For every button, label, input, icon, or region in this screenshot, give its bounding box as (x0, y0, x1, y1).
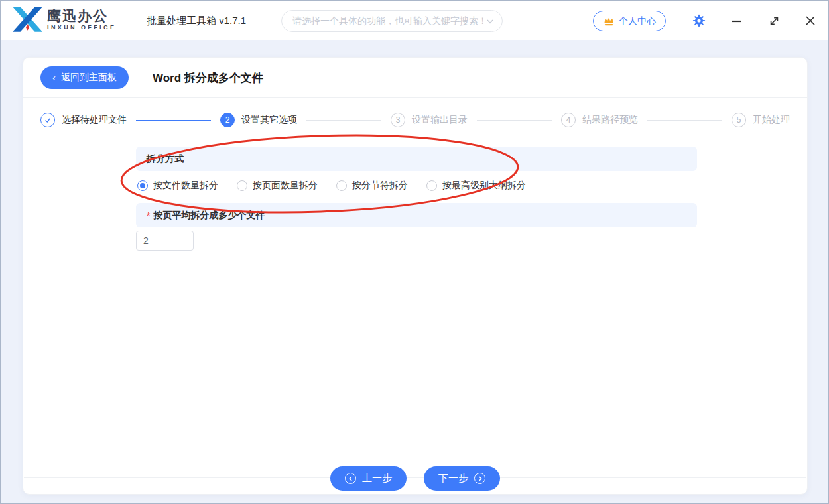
step-content: 拆分方式 按文件数量拆分 按页面数量拆分 按分节符拆分 按最高级别大纲拆分 (136, 147, 697, 251)
maximize-button[interactable] (765, 11, 783, 30)
radio-split-by-section-break[interactable]: 按分节符拆分 (336, 180, 408, 192)
step-set-output-dir: 3 设置输出目录 (391, 113, 468, 127)
step-indicator: 选择待处理文件 2 设置其它选项 3 设置输出目录 4 结果路径预览 5 开始处… (23, 113, 807, 127)
user-center-button[interactable]: 个人中心 (593, 11, 666, 31)
panel-header: ‹ 返回到主面板 Word 拆分成多个文件 (23, 58, 807, 97)
step-number: 3 (391, 113, 405, 127)
resize-diagonal-icon (769, 15, 780, 27)
logo-x-icon (12, 7, 42, 32)
app-logo: 鹰迅办公 INXUN OFFICE (12, 7, 116, 32)
minimize-icon (732, 15, 742, 26)
circled-chevron-right-icon (474, 473, 485, 484)
step-label: 设置其它选项 (241, 114, 297, 126)
step-connector (647, 120, 722, 121)
step-number: 4 (561, 113, 576, 127)
step-label: 选择待处理文件 (62, 114, 127, 126)
split-method-label: 拆分方式 (147, 153, 184, 165)
radio-label: 按文件数量拆分 (153, 180, 218, 192)
brand-name-en: INXUN OFFICE (47, 25, 116, 31)
header-divider (23, 97, 807, 98)
step-result-preview: 4 结果路径预览 (561, 113, 638, 127)
close-button[interactable] (801, 11, 820, 30)
app-window: 鹰迅办公 INXUN OFFICE 批量处理工具箱 v1.7.1 请选择一个具体… (0, 0, 829, 504)
step-connector (136, 120, 211, 121)
step-connector (477, 120, 552, 121)
settings-button[interactable] (690, 11, 708, 30)
wizard-nav-buttons: 上一步 下一步 (23, 466, 807, 491)
split-count-input[interactable] (136, 231, 194, 251)
previous-step-label: 上一步 (362, 472, 392, 485)
minimize-button[interactable] (728, 11, 746, 30)
app-title: 批量处理工具箱 v1.7.1 (147, 1, 246, 40)
function-search-select[interactable]: 请选择一个具体的功能，也可输入关键字搜索！ (281, 10, 503, 32)
close-icon (805, 15, 816, 26)
next-step-label: 下一步 (438, 472, 468, 485)
page-title: Word 拆分成多个文件 (153, 70, 263, 86)
next-step-button[interactable]: 下一步 (424, 466, 500, 491)
radio-label: 按分节符拆分 (352, 180, 408, 192)
back-to-dashboard-button[interactable]: ‹ 返回到主面板 (40, 66, 129, 89)
user-center-label: 个人中心 (619, 15, 656, 27)
step-start-processing: 5 开始处理 (732, 113, 790, 127)
split-count-label: 按页平均拆分成多少个文件 (153, 210, 265, 221)
step-select-files: 选择待处理文件 (40, 113, 127, 127)
brand-name-cn: 鹰迅办公 (47, 9, 116, 23)
split-count-header: * 按页平均拆分成多少个文件 (136, 203, 697, 227)
radio-unchecked-icon (336, 180, 347, 191)
required-asterisk: * (147, 210, 150, 221)
crown-icon (603, 16, 615, 27)
chevron-left-icon: ‹ (52, 72, 56, 82)
back-button-label: 返回到主面板 (61, 72, 117, 84)
app-header: 鹰迅办公 INXUN OFFICE 批量处理工具箱 v1.7.1 请选择一个具体… (1, 1, 828, 40)
radio-unchecked-icon (237, 180, 247, 191)
radio-unchecked-icon (426, 180, 437, 191)
search-placeholder: 请选择一个具体的功能，也可输入关键字搜索！ (292, 15, 486, 27)
step-label: 结果路径预览 (582, 114, 638, 126)
previous-step-button[interactable]: 上一步 (330, 466, 407, 491)
radio-label: 按页面数量拆分 (253, 180, 318, 192)
step-number: 2 (220, 113, 235, 127)
step-number: 5 (732, 113, 746, 127)
step-connector (306, 120, 381, 121)
circled-chevron-left-icon (345, 473, 356, 484)
step-label: 设置输出目录 (412, 114, 468, 126)
radio-split-by-top-outline[interactable]: 按最高级别大纲拆分 (426, 180, 526, 192)
gear-icon (692, 14, 706, 27)
brand-text: 鹰迅办公 INXUN OFFICE (47, 9, 116, 31)
main-panel: ‹ 返回到主面板 Word 拆分成多个文件 选择待处理文件 2 设置其它选项 3 (23, 57, 808, 495)
step-done-check-icon (40, 113, 55, 127)
step-set-options: 2 设置其它选项 (220, 113, 297, 127)
radio-split-by-file-count[interactable]: 按文件数量拆分 (137, 180, 218, 192)
radio-label: 按最高级别大纲拆分 (442, 180, 526, 192)
step-label: 开始处理 (753, 114, 790, 126)
split-method-options: 按文件数量拆分 按页面数量拆分 按分节符拆分 按最高级别大纲拆分 (136, 171, 697, 200)
radio-split-by-page-count[interactable]: 按页面数量拆分 (237, 180, 318, 192)
radio-checked-icon (137, 180, 148, 191)
split-method-header: 拆分方式 (136, 147, 697, 171)
chevron-down-icon (486, 17, 494, 25)
